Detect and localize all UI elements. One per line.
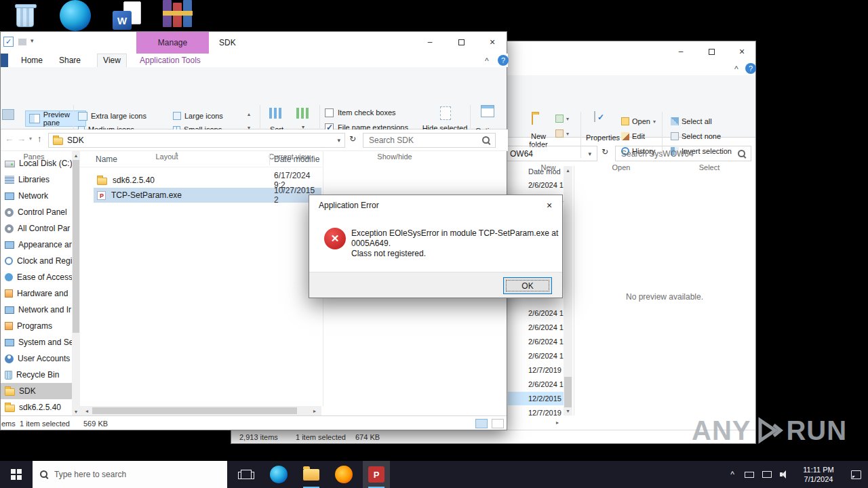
tab-file[interactable] <box>1 54 8 67</box>
address-dropdown-icon[interactable] <box>588 150 591 157</box>
tab-share[interactable]: Share <box>59 56 81 65</box>
taskbar-tcp-setparam[interactable]: P <box>363 461 390 488</box>
scroll-up-icon[interactable] <box>564 166 572 175</box>
help-icon[interactable] <box>498 55 509 66</box>
thumbnail-view-toggle[interactable] <box>492 419 504 428</box>
date-cell[interactable]: 2/6/2024 1 <box>508 321 564 334</box>
column-header-name[interactable]: Name <box>96 155 117 164</box>
sidebar-item-libraries[interactable]: Libraries <box>1 171 72 188</box>
tab-view[interactable]: View <box>97 54 127 67</box>
sidebar-item-system-and-se[interactable]: System and Se <box>1 334 72 350</box>
checkbox-box[interactable] <box>325 108 334 117</box>
sidebar-item-all-control-par[interactable]: All Control Par <box>1 220 72 237</box>
sidebar-item-recycle-bin[interactable]: Recycle Bin <box>1 367 72 383</box>
taskbar-edge[interactable] <box>265 461 292 488</box>
sidebar-item-sdk[interactable]: SDK <box>1 383 72 399</box>
layout-scroll-up-icon[interactable] <box>245 110 253 117</box>
recycle-bin-desktop-icon[interactable] <box>14 1 34 27</box>
word-desktop-icon[interactable]: W <box>113 1 141 30</box>
vertical-scrollbar[interactable] <box>564 166 572 415</box>
task-view-button[interactable] <box>233 461 260 488</box>
volume-icon[interactable] <box>780 470 789 479</box>
scroll-down-icon[interactable] <box>564 407 572 415</box>
network-icon[interactable] <box>762 471 772 478</box>
sidebar-item-ease-of-access[interactable]: Ease of Access <box>1 269 72 285</box>
touch-keyboard-icon[interactable] <box>745 472 754 478</box>
sidebar-item-clock-and-regi[interactable]: Clock and Regi <box>1 253 72 269</box>
sidebar-item-network[interactable]: Network <box>1 188 72 204</box>
close-button[interactable] <box>477 32 508 52</box>
sidebar-item-control-panel[interactable]: Control Panel <box>1 204 72 220</box>
taskbar-clock[interactable]: 11:11 PM 7/1/2024 <box>795 461 842 488</box>
sidebar-item-appearance-an[interactable]: Appearance an <box>1 237 72 253</box>
scrollbar-thumb[interactable] <box>564 377 572 407</box>
collapse-ribbon-icon[interactable] <box>485 56 489 66</box>
date-cell[interactable]: 2/6/2024 1 <box>508 178 564 192</box>
qat-customize-icon[interactable] <box>31 37 34 44</box>
manage-contextual-tab[interactable]: Manage <box>136 32 209 54</box>
close-icon[interactable] <box>542 199 557 212</box>
scroll-up-icon[interactable] <box>72 151 80 159</box>
taskbar-search[interactable]: Type here to search <box>33 461 227 488</box>
select-all-button[interactable]: Select all <box>671 117 712 125</box>
search-input[interactable]: Search SDK <box>363 133 496 148</box>
tab-application-tools[interactable]: Application Tools <box>140 56 201 65</box>
maximize-button[interactable] <box>446 32 477 52</box>
edit-button[interactable]: Edit <box>621 132 645 140</box>
nav-scrollbar[interactable] <box>72 151 80 415</box>
checkbox-item-check-boxes[interactable]: Item check boxes <box>325 105 408 120</box>
collapse-ribbon-icon[interactable] <box>734 64 738 74</box>
minimize-button[interactable] <box>665 41 696 62</box>
search-icon[interactable] <box>481 136 491 145</box>
refresh-icon[interactable] <box>601 147 608 157</box>
minimize-button[interactable] <box>414 32 446 52</box>
scroll-right-icon[interactable] <box>553 418 561 426</box>
scrollbar-thumb[interactable] <box>73 160 79 333</box>
sidebar-item-user-accounts[interactable]: User Accounts <box>1 350 72 367</box>
search-icon[interactable] <box>737 149 747 159</box>
taskbar-file-explorer[interactable] <box>298 461 325 488</box>
quick-access-icon[interactable]: ✓ <box>3 37 14 47</box>
open-button[interactable]: Open <box>621 117 656 125</box>
sidebar-item-network-and-ir[interactable]: Network and Ir <box>1 302 72 318</box>
select-none-button[interactable]: Select none <box>671 132 721 140</box>
scroll-left-icon[interactable] <box>83 406 91 415</box>
refresh-icon[interactable] <box>349 134 356 144</box>
address-bar[interactable]: SDK <box>48 133 345 148</box>
action-center-button[interactable] <box>844 461 868 488</box>
scrollbar-thumb[interactable] <box>92 407 297 414</box>
close-button[interactable] <box>726 41 757 62</box>
taskbar-firefox[interactable] <box>330 461 357 488</box>
winrar-desktop-icon[interactable] <box>163 0 194 28</box>
hidden-icons-chevron[interactable] <box>724 461 741 488</box>
date-cell[interactable]: 2/6/2024 1 <box>508 378 564 391</box>
sidebar-item-programs[interactable]: Programs <box>1 318 72 334</box>
search-input[interactable]: Search SysWOW64 <box>615 146 751 161</box>
up-icon[interactable] <box>37 134 42 144</box>
maximize-button[interactable] <box>696 41 727 62</box>
edge-desktop-icon[interactable] <box>60 0 91 31</box>
sidebar-item-sdk6-2-5-40[interactable]: sdk6.2.5.40 <box>1 399 72 415</box>
date-cell[interactable]: 12/7/2019 <box>508 406 564 420</box>
horizontal-scrollbar[interactable] <box>80 406 321 415</box>
column-header-date-modified[interactable]: Date modifie <box>274 155 320 164</box>
sidebar-item-local-disk-c[interactable]: Local Disk (C:) <box>1 155 72 171</box>
layout-option-extra-large-icons[interactable]: Extra large icons <box>75 109 170 123</box>
date-cell[interactable]: 2/6/2024 1 <box>508 349 564 363</box>
ok-button[interactable]: OK <box>503 277 552 294</box>
layout-option-large-icons[interactable]: Large icons <box>170 109 241 123</box>
back-icon[interactable] <box>5 134 14 144</box>
date-cell[interactable]: 2/6/2024 1 <box>508 335 564 348</box>
help-icon[interactable] <box>745 63 756 74</box>
scroll-right-icon[interactable] <box>311 406 319 415</box>
scroll-down-icon[interactable] <box>72 407 80 415</box>
date-cell[interactable]: 12/2/2015 <box>508 392 564 405</box>
sidebar-item-hardware-and[interactable]: Hardware and <box>1 285 72 302</box>
start-button[interactable] <box>0 461 33 488</box>
recent-locations-icon[interactable] <box>29 136 32 142</box>
quick-access-toolbar-icon[interactable] <box>18 39 26 45</box>
tab-home[interactable]: Home <box>21 56 43 65</box>
details-view-toggle[interactable] <box>475 419 488 428</box>
forward-icon[interactable] <box>17 134 26 144</box>
properties-button[interactable]: Properties <box>583 134 623 142</box>
